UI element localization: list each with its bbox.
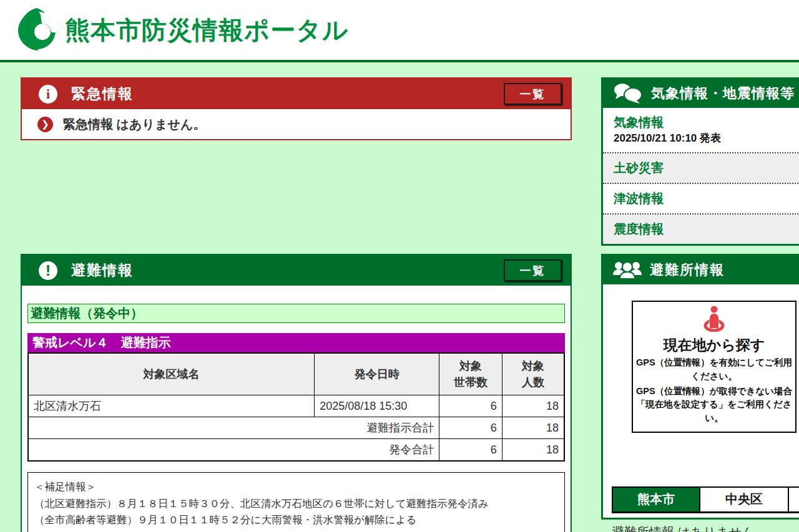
supplement-line: ＜補足情報＞ xyxy=(34,478,558,495)
weather-announced-datetime: 2025/10/21 10:10 発表 xyxy=(614,131,799,145)
weather-item-label: 気象情報 xyxy=(614,115,799,130)
weather-item-label: 震度情報 xyxy=(614,221,799,237)
total-people: 18 xyxy=(502,439,564,462)
emergency-panel-title: 緊急情報 xyxy=(71,84,134,104)
alert-level4-bar: 警戒レベル４ 避難指示 xyxy=(27,333,565,352)
evacuation-table: 対象区域名 発令日時 対象 世帯数 対象 人数 北区清水万石 2025/08/1… xyxy=(27,352,565,462)
emergency-panel-header: i 緊急情報 一覧 xyxy=(22,79,571,109)
evacuation-info-panel: ! 避難情報 一覧 避難情報（発令中） 警戒レベル４ 避難指示 対象区域名 発令… xyxy=(21,254,572,532)
shelter-message: 避難所情報 はありません。 xyxy=(612,524,799,532)
page-title: 熊本市防災情報ポータル xyxy=(65,13,348,47)
speech-bubbles-icon xyxy=(614,83,642,104)
subtotal-households: 6 xyxy=(439,417,502,439)
person-location-pin-icon xyxy=(700,306,728,332)
evacuation-list-button[interactable]: 一覧 xyxy=(504,259,562,281)
total-label: 発令合計 xyxy=(28,439,439,462)
supplement-info-box: ＜補足情報＞ （北区避難指示）８月１８日１５時３０分、北区清水万石地区の６世帯に… xyxy=(27,472,565,532)
evacuation-panel-title: 避難情報 xyxy=(71,261,134,280)
cell-households: 6 xyxy=(439,395,502,417)
tab-chuo-ward[interactable]: 中央区 xyxy=(700,486,789,511)
column-header-people: 対象 人数 xyxy=(502,353,564,395)
column-header-area: 対象区域名 xyxy=(28,353,315,395)
kumamoto-city-logo-icon xyxy=(17,7,57,53)
emergency-info-panel: i 緊急情報 一覧 ❯ 緊急情報 はありません。 xyxy=(21,77,572,140)
weather-item-shindo[interactable]: 震度情報 xyxy=(603,215,799,244)
gps-box-title: 現在地から探す xyxy=(636,336,792,355)
tab-kumamoto-city[interactable]: 熊本市 xyxy=(612,486,700,511)
info-icon: i xyxy=(39,85,57,104)
supplement-line: （全市高齢者等避難）９月１０日１１時５２分に大雨警報・洪水警報が解除による xyxy=(34,511,558,528)
weather-panel-header: 気象情報・地震情報等 xyxy=(603,79,799,108)
evacuation-status-bar: 避難情報（発令中） xyxy=(27,304,565,323)
emergency-panel-body: ❯ 緊急情報 はありません。 xyxy=(22,109,571,139)
supplement-line: （北区避難指示）８月１８日１５時３０分、北区清水万石地区の６世帯に対して避難指示… xyxy=(34,495,558,511)
emergency-list-button[interactable]: 一覧 xyxy=(504,83,562,105)
shelter-area-tabs: 熊本市 中央区 xyxy=(612,486,799,513)
find-from-current-location-button[interactable]: 現在地から探す GPS（位置情報）を有効にしてご利用ください。 GPS（位置情報… xyxy=(632,301,797,433)
weather-item-label: 津波情報 xyxy=(614,191,799,206)
weather-item-label: 土砂災害 xyxy=(614,160,799,176)
total-households: 6 xyxy=(439,439,502,462)
weather-panel-title: 気象情報・地震情報等 xyxy=(651,84,795,103)
weather-item-kishou[interactable]: 気象情報 2025/10/21 10:10 発表 xyxy=(603,108,799,153)
column-header-datetime: 発令日時 xyxy=(315,353,439,395)
shelter-info-panel: 避難所情報 現在地から探す GPS（位置情報）を有効にしてご利用ください。 GP… xyxy=(601,254,799,520)
portal-page: 熊本市防災情報ポータル i 緊急情報 一覧 ❯ 緊急情報 はありません。 ! 避… xyxy=(0,0,799,532)
table-row: 北区清水万石 2025/08/18 15:30 6 18 xyxy=(28,395,564,417)
emergency-message: 緊急情報 はありません。 xyxy=(63,116,205,133)
gps-note-2: GPS（位置情報）が取得できない場合「現在地を設定する」をご利用ください。 xyxy=(636,385,792,425)
exclamation-icon: ! xyxy=(39,261,57,280)
weather-item-dosha[interactable]: 土砂災害 xyxy=(603,153,799,184)
cell-datetime: 2025/08/18 15:30 xyxy=(315,395,439,417)
shelter-panel-header: 避難所情報 xyxy=(603,256,799,284)
subtotal-label: 避難指示合計 xyxy=(28,417,439,439)
table-total-row: 発令合計 6 18 xyxy=(28,439,564,462)
weather-info-panel: 気象情報・地震情報等 気象情報 2025/10/21 10:10 発表 土砂災害… xyxy=(601,77,799,246)
chevron-right-icon: ❯ xyxy=(37,117,53,132)
shelter-panel-title: 避難所情報 xyxy=(650,261,725,279)
cell-people: 18 xyxy=(502,395,564,417)
table-subtotal-row: 避難指示合計 6 18 xyxy=(28,417,564,439)
table-header-row: 対象区域名 発令日時 対象 世帯数 対象 人数 xyxy=(28,353,564,395)
weather-item-tsunami[interactable]: 津波情報 xyxy=(603,184,799,215)
evacuation-panel-body: 避難情報（発令中） 警戒レベル４ 避難指示 対象区域名 発令日時 対象 世帯数 … xyxy=(22,286,571,532)
subtotal-people: 18 xyxy=(502,417,564,439)
people-group-icon xyxy=(612,260,642,280)
tab-partial[interactable] xyxy=(789,486,799,511)
gps-note-1: GPS（位置情報）を有効にしてご利用ください。 xyxy=(636,356,792,384)
cell-area: 北区清水万石 xyxy=(28,395,315,417)
column-header-households: 対象 世帯数 xyxy=(439,353,502,395)
site-header: 熊本市防災情報ポータル xyxy=(0,0,799,60)
evacuation-panel-header: ! 避難情報 一覧 xyxy=(22,255,571,286)
